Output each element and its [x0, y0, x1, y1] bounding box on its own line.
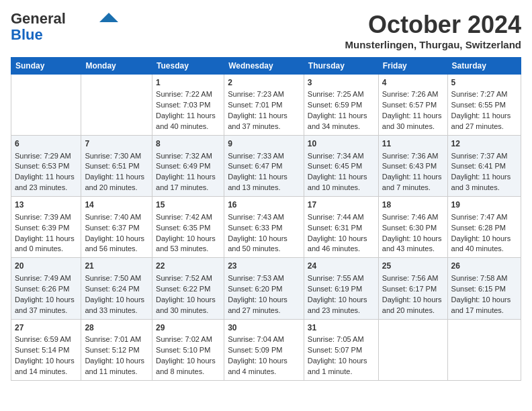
- day-info: Daylight: 10 hours and 11 minutes.: [85, 357, 144, 375]
- day-info: Sunset: 6:15 PM: [451, 285, 506, 293]
- day-info: Daylight: 11 hours and 20 minutes.: [85, 173, 144, 191]
- day-info: Daylight: 11 hours and 7 minutes.: [382, 173, 442, 191]
- calendar-cell: [11, 75, 81, 136]
- day-info: Sunrise: 7:49 AM: [15, 274, 71, 282]
- day-info: Sunset: 6:37 PM: [85, 224, 139, 232]
- logo-general: General: [11, 11, 66, 27]
- day-info: Sunrise: 7:05 AM: [308, 335, 364, 343]
- day-number: 13: [15, 199, 77, 211]
- logo: General Blue: [11, 11, 118, 43]
- calendar-cell: [378, 319, 447, 380]
- day-info: Daylight: 10 hours and 8 minutes.: [156, 357, 216, 375]
- calendar-week: 6Sunrise: 7:29 AMSunset: 6:53 PMDaylight…: [11, 136, 521, 197]
- day-info: Sunset: 6:20 PM: [228, 285, 282, 293]
- day-info: Sunrise: 7:58 AM: [451, 274, 508, 282]
- calendar-cell: 31Sunrise: 7:05 AMSunset: 5:07 PMDayligh…: [304, 319, 378, 380]
- day-info: Sunset: 6:33 PM: [228, 224, 282, 232]
- calendar-cell: 1Sunrise: 7:22 AMSunset: 7:03 PMDaylight…: [152, 75, 224, 136]
- day-number: 4: [382, 77, 444, 89]
- day-info: Sunset: 6:49 PM: [156, 162, 210, 170]
- day-info: Sunset: 6:45 PM: [308, 162, 362, 170]
- day-info: Daylight: 10 hours and 40 minutes.: [451, 234, 511, 253]
- day-number: 22: [156, 261, 220, 272]
- day-info: Sunset: 6:26 PM: [15, 285, 69, 293]
- day-number: 11: [382, 138, 444, 150]
- day-info: Sunrise: 7:44 AM: [308, 213, 364, 221]
- day-info: Daylight: 11 hours and 37 minutes.: [228, 111, 287, 130]
- day-number: 2: [228, 77, 300, 89]
- calendar-cell: 23Sunrise: 7:53 AMSunset: 6:20 PMDayligh…: [224, 258, 304, 319]
- calendar-table: SundayMondayTuesdayWednesdayThursdayFrid…: [11, 57, 521, 381]
- day-info: Sunrise: 7:55 AM: [308, 274, 364, 282]
- calendar-cell: 14Sunrise: 7:40 AMSunset: 6:37 PMDayligh…: [81, 197, 152, 258]
- weekday-header: Thursday: [304, 58, 378, 75]
- calendar-cell: 16Sunrise: 7:43 AMSunset: 6:33 PMDayligh…: [224, 197, 304, 258]
- day-info: Sunrise: 7:23 AM: [228, 90, 284, 98]
- day-info: Sunrise: 7:33 AM: [228, 152, 284, 160]
- day-info: Sunrise: 7:26 AM: [382, 90, 439, 98]
- day-info: Daylight: 10 hours and 17 minutes.: [451, 295, 511, 314]
- calendar-cell: 7Sunrise: 7:30 AMSunset: 6:51 PMDaylight…: [81, 136, 152, 197]
- calendar-cell: 30Sunrise: 7:04 AMSunset: 5:09 PMDayligh…: [224, 319, 304, 380]
- day-info: Sunset: 6:47 PM: [228, 162, 282, 170]
- day-number: 3: [308, 77, 375, 89]
- calendar-cell: 27Sunrise: 6:59 AMSunset: 5:14 PMDayligh…: [11, 319, 81, 380]
- day-info: Sunset: 5:07 PM: [308, 346, 362, 354]
- day-info: Sunset: 5:14 PM: [15, 346, 69, 354]
- day-number: 6: [15, 138, 77, 150]
- location: Munsterlingen, Thurgau, Switzerland: [345, 39, 521, 50]
- day-info: Daylight: 10 hours and 37 minutes.: [15, 295, 75, 314]
- weekday-header: Friday: [378, 58, 447, 75]
- day-info: Daylight: 11 hours and 13 minutes.: [228, 173, 287, 191]
- day-info: Sunrise: 7:36 AM: [382, 152, 439, 160]
- day-info: Sunset: 6:59 PM: [308, 101, 362, 109]
- day-info: Sunrise: 7:34 AM: [308, 152, 364, 160]
- day-info: Daylight: 11 hours and 40 minutes.: [156, 111, 216, 130]
- day-info: Daylight: 11 hours and 10 minutes.: [308, 173, 367, 191]
- day-info: Sunrise: 7:56 AM: [382, 274, 439, 282]
- day-info: Sunset: 6:30 PM: [382, 224, 437, 232]
- day-number: 12: [451, 138, 517, 150]
- weekday-header: Monday: [81, 58, 152, 75]
- day-info: Sunset: 5:12 PM: [85, 346, 139, 354]
- day-info: Daylight: 11 hours and 23 minutes.: [15, 173, 75, 191]
- day-info: Daylight: 10 hours and 43 minutes.: [382, 234, 442, 253]
- day-info: Sunrise: 7:04 AM: [228, 335, 284, 343]
- calendar-cell: 24Sunrise: 7:55 AMSunset: 6:19 PMDayligh…: [304, 258, 378, 319]
- day-info: Daylight: 11 hours and 17 minutes.: [156, 173, 216, 191]
- day-number: 27: [15, 322, 77, 334]
- weekday-header: Saturday: [447, 58, 521, 75]
- day-info: Sunset: 7:01 PM: [228, 101, 282, 109]
- day-info: Sunset: 6:41 PM: [451, 162, 506, 170]
- day-info: Sunset: 6:28 PM: [451, 224, 506, 232]
- day-info: Sunrise: 6:59 AM: [15, 335, 71, 343]
- day-info: Daylight: 10 hours and 46 minutes.: [308, 234, 367, 253]
- day-number: 26: [451, 261, 517, 272]
- day-number: 15: [156, 199, 220, 211]
- logo-icon: [99, 13, 118, 22]
- calendar-cell: 10Sunrise: 7:34 AMSunset: 6:45 PMDayligh…: [304, 136, 378, 197]
- header-row: SundayMondayTuesdayWednesdayThursdayFrid…: [11, 58, 521, 75]
- day-info: Sunrise: 7:27 AM: [451, 90, 508, 98]
- day-info: Sunrise: 7:39 AM: [15, 213, 71, 221]
- day-info: Sunrise: 7:50 AM: [85, 274, 141, 282]
- calendar-week: 27Sunrise: 6:59 AMSunset: 5:14 PMDayligh…: [11, 319, 521, 380]
- day-info: Sunrise: 7:43 AM: [228, 213, 284, 221]
- day-info: Sunset: 6:53 PM: [15, 162, 69, 170]
- day-info: Sunrise: 7:32 AM: [156, 152, 212, 160]
- calendar-cell: 4Sunrise: 7:26 AMSunset: 6:57 PMDaylight…: [378, 75, 447, 136]
- calendar-cell: 22Sunrise: 7:52 AMSunset: 6:22 PMDayligh…: [152, 258, 224, 319]
- logo-blue: Blue: [11, 27, 43, 43]
- day-number: 30: [228, 322, 300, 334]
- calendar-cell: 5Sunrise: 7:27 AMSunset: 6:55 PMDaylight…: [447, 75, 521, 136]
- calendar-week: 13Sunrise: 7:39 AMSunset: 6:39 PMDayligh…: [11, 197, 521, 258]
- calendar-cell: 2Sunrise: 7:23 AMSunset: 7:01 PMDaylight…: [224, 75, 304, 136]
- day-info: Daylight: 10 hours and 20 minutes.: [382, 295, 442, 314]
- day-number: 21: [85, 261, 148, 272]
- day-number: 29: [156, 322, 220, 334]
- day-info: Daylight: 10 hours and 4 minutes.: [228, 357, 287, 375]
- day-info: Sunset: 6:43 PM: [382, 162, 437, 170]
- svg-marker-0: [99, 13, 118, 22]
- day-info: Sunset: 6:17 PM: [382, 285, 437, 293]
- calendar-cell: 11Sunrise: 7:36 AMSunset: 6:43 PMDayligh…: [378, 136, 447, 197]
